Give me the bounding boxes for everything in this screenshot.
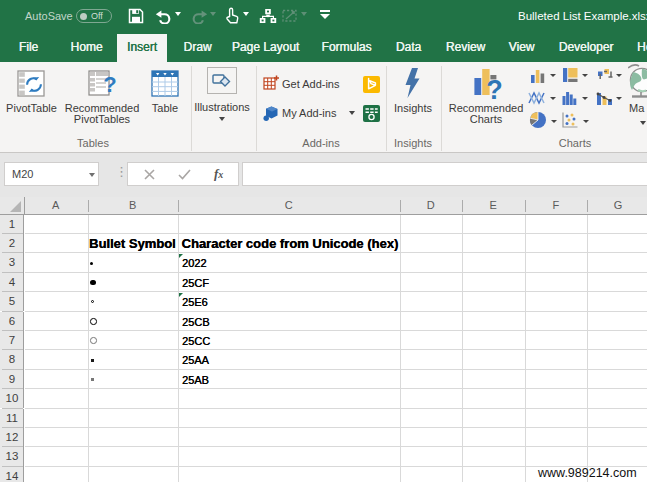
svg-text:?: ? — [486, 75, 503, 102]
svg-text:?: ? — [103, 72, 116, 97]
